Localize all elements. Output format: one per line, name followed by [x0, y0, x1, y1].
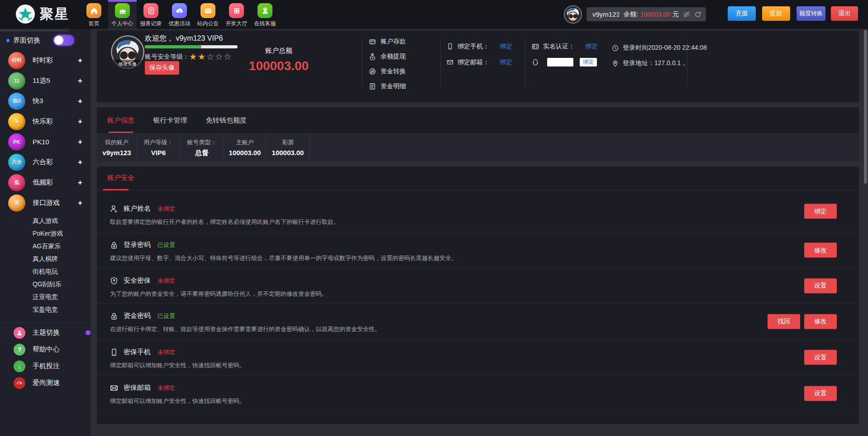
- retrieve-button[interactable]: 找回: [768, 314, 800, 329]
- sidebar-item-qg-scratch[interactable]: QG刮刮乐: [0, 278, 91, 290]
- sidebar-item-poker-games[interactable]: PoKer游戏: [0, 227, 91, 240]
- set-button[interactable]: 设置: [804, 350, 837, 365]
- phone-icon: [447, 43, 453, 50]
- ui-switch-row: 界面切换: [6, 33, 86, 47]
- sidebar-item-kuailecai[interactable]: 乐 快乐彩 +: [0, 111, 91, 132]
- nav-personal-center[interactable]: 个人中心: [108, 0, 137, 29]
- star-filled-icon: ★: [189, 52, 198, 62]
- sidebar-item-baoying-esports[interactable]: 宝盈电竞: [0, 303, 91, 316]
- refresh-icon[interactable]: [694, 11, 701, 18]
- realname-bind-link[interactable]: 绑定: [585, 43, 598, 51]
- nav-announcements[interactable]: 站内公告: [194, 0, 222, 29]
- security-row-account-name: 账户姓名 未绑定 取款需要绑定您的银行开户者的姓名，绑定姓名必须使用此账户名下的…: [97, 190, 859, 232]
- expand-plus-icon[interactable]: +: [78, 56, 82, 65]
- kuai3-ball-icon: 快3: [8, 93, 25, 110]
- save-avatar-button[interactable]: 保存头像: [145, 61, 179, 75]
- sidebar-item-pk10[interactable]: PK PK10 +: [0, 132, 91, 152]
- nav-home[interactable]: 首页: [80, 0, 108, 29]
- eye-slash-icon[interactable]: [683, 11, 690, 18]
- security-row-status: 未绑定: [157, 277, 175, 285]
- sidebar-item-mobile-betting[interactable]: ↓ 手机投注: [0, 358, 91, 374]
- document-icon: [143, 3, 158, 18]
- clock-icon: [612, 45, 619, 52]
- sidebar-item-liuhecai[interactable]: 六合 六合彩 +: [0, 152, 91, 172]
- sidebar-item-live-chess[interactable]: 真人棋牌: [0, 252, 91, 265]
- site-logo[interactable]: 聚星: [15, 4, 70, 24]
- expand-plus-icon[interactable]: +: [78, 199, 82, 208]
- cell-my-account: 我的账户 v9ym123: [97, 134, 137, 162]
- expand-plus-icon[interactable]: +: [78, 158, 82, 167]
- sidebar-item-help-center[interactable]: ? 帮助中心: [0, 341, 91, 358]
- login-address-row: 登录地址：127.0.0.1，: [612, 56, 707, 71]
- quota-transfer-button[interactable]: 额度转换: [796, 6, 825, 21]
- bind-phone-link[interactable]: 绑定: [500, 43, 512, 51]
- withdraw-button[interactable]: 提款: [762, 6, 790, 21]
- profile-avatar[interactable]: 修改头像: [111, 35, 144, 69]
- toggle-knob: [54, 36, 63, 45]
- crown-icon: [115, 3, 130, 18]
- tab-bank-card[interactable]: 银行卡管理: [153, 107, 187, 133]
- ui-switch-toggle[interactable]: [53, 35, 74, 46]
- withdraw-link[interactable]: 余额提现: [369, 49, 406, 64]
- nav-reports[interactable]: 报表记录: [137, 0, 165, 29]
- sidebar-item-shishicai[interactable]: 时时 时时彩 +: [0, 50, 91, 71]
- security-row-status: 已设置: [157, 241, 175, 249]
- profile-divider: [362, 40, 362, 86]
- tab-account-info[interactable]: 账户信息: [107, 107, 134, 133]
- moneybag-icon: [369, 53, 376, 60]
- sidebar-item-speed-test[interactable]: 爱尚测速: [0, 374, 91, 391]
- download-arrow-icon: ↓: [14, 360, 25, 372]
- phone-icon: [110, 348, 118, 356]
- sidebar-item-kuai3[interactable]: 快3 快3 +: [0, 91, 91, 111]
- top-header: 聚星 首页 个人中心 报表记录 优惠活动 站内公告: [0, 0, 868, 29]
- security-row-title: 密保邮箱: [124, 384, 151, 392]
- header-avatar[interactable]: [564, 5, 582, 24]
- realname-column: 实名认证： 绑定 绑定: [532, 38, 598, 70]
- bind-email-link[interactable]: 绑定: [500, 58, 512, 66]
- sidebar-item-dipincai[interactable]: 低 低频彩 +: [0, 172, 91, 193]
- set-button[interactable]: 设置: [804, 386, 837, 401]
- security-row-security-question: 安全密保 未绑定 为了您的账户的资金安全，请不要将密码透露给任何人，并不定期的修…: [97, 268, 859, 303]
- sidebar-item-arcade[interactable]: 街机电玩: [0, 265, 91, 278]
- sidebar-item-fanya-esports[interactable]: 泛亚电竞: [0, 290, 91, 303]
- set-button[interactable]: 设置: [804, 278, 837, 293]
- nav-draw-hall[interactable]: 开奖大厅: [222, 0, 251, 29]
- deposit-link[interactable]: 账户存款: [369, 34, 406, 49]
- sidebar-item-jiekou-games[interactable]: 接 接口游戏 +: [0, 193, 91, 213]
- fund-detail-link[interactable]: 资金明细: [369, 79, 406, 94]
- sidebar-item-ag-baccarat[interactable]: AG百家乐: [0, 240, 91, 252]
- expand-plus-icon[interactable]: +: [78, 97, 82, 106]
- recharge-button[interactable]: 充值: [728, 6, 756, 21]
- envelope-icon: [110, 384, 118, 392]
- sidebar-item-live-games[interactable]: 真人游戏: [0, 214, 91, 227]
- sidebar-item-theme-switch[interactable]: 主题切换: [0, 324, 91, 341]
- scrollbar-thumb[interactable]: [864, 30, 867, 184]
- expand-plus-icon[interactable]: +: [78, 178, 82, 187]
- expand-plus-icon[interactable]: +: [78, 76, 82, 85]
- qq-bind-button[interactable]: 绑定: [580, 58, 597, 66]
- location-pin-icon: [612, 60, 619, 67]
- expand-plus-icon[interactable]: +: [78, 117, 82, 126]
- security-row-title: 资金密码: [124, 312, 151, 320]
- modify-button[interactable]: 修改: [804, 243, 837, 258]
- qq-number-input[interactable]: [547, 58, 573, 66]
- expand-plus-icon[interactable]: +: [78, 137, 82, 147]
- transfer-link[interactable]: 资金转换: [369, 64, 406, 79]
- logout-button[interactable]: 退出: [831, 6, 858, 21]
- nav-promotions[interactable]: 优惠活动: [165, 0, 194, 29]
- sidebar-item-11xuan5[interactable]: 11 11选5 +: [0, 71, 91, 91]
- shield-icon: [110, 277, 118, 285]
- login-time-text: 登录时间2020-08-20 22:44:08: [623, 44, 707, 52]
- avatar-overlay-label[interactable]: 修改头像: [111, 60, 144, 69]
- envelope-icon: [200, 3, 215, 18]
- modify-button[interactable]: 修改: [804, 314, 837, 329]
- account-cells-strip: 我的账户 v9ym123 用户等级： VIP6 账号类型： 总督 主账户 100…: [97, 134, 859, 162]
- bind-button[interactable]: 绑定: [804, 204, 837, 219]
- balance-box: 余额: 100003.00 元: [619, 7, 706, 21]
- security-row-title: 登录密码: [124, 241, 151, 249]
- nav-customer-service[interactable]: 在线客服: [251, 0, 279, 29]
- question-icon: ?: [14, 344, 25, 355]
- cell-lottery-balance: 彩票 100003.00: [266, 134, 310, 162]
- bind-email-row: 绑定邮箱： 绑定: [447, 54, 512, 70]
- tab-wallet-quota[interactable]: 免转钱包额度: [206, 107, 247, 133]
